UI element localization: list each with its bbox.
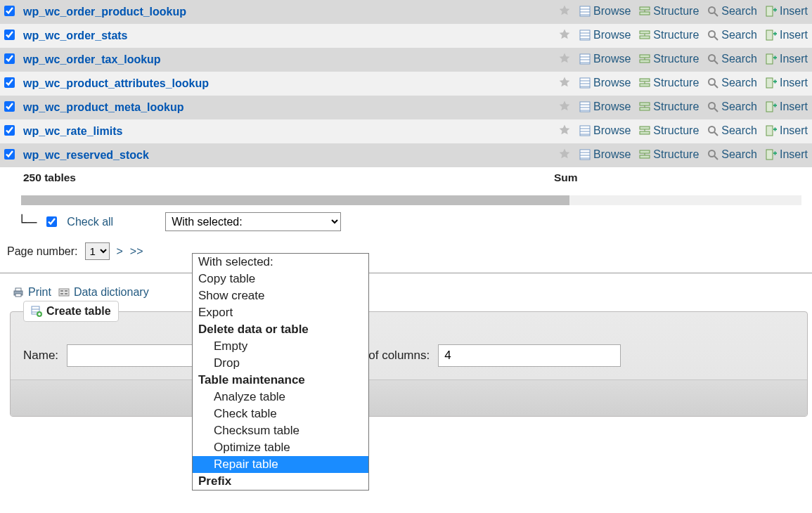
data-dictionary-link[interactable]: Data dictionary: [58, 286, 149, 299]
table-row: wp_wc_order_tax_lookupBrowseStructureSea…: [0, 48, 812, 72]
table-row: wp_wc_order_statsBrowseStructureSearchIn…: [0, 24, 812, 48]
browse-icon: [579, 149, 591, 160]
insert-link[interactable]: Insert: [766, 148, 808, 161]
row-checkbox[interactable]: [4, 125, 15, 136]
print-icon: [13, 287, 24, 298]
browse-link[interactable]: Browse: [579, 124, 631, 137]
search-link[interactable]: Search: [707, 77, 757, 89]
row-checkbox[interactable]: [4, 53, 15, 64]
table-name-link[interactable]: wp_wc_product_meta_lookup: [23, 101, 184, 113]
structure-link[interactable]: Structure: [639, 77, 699, 89]
browse-icon: [579, 125, 591, 136]
option-item[interactable]: Analyze table: [193, 389, 368, 405]
browse-link[interactable]: Browse: [579, 53, 631, 65]
search-link[interactable]: Search: [707, 100, 757, 113]
row-checkbox[interactable]: [4, 77, 15, 88]
search-icon: [707, 125, 718, 136]
horizontal-scrollbar[interactable]: [21, 195, 801, 205]
table-name-link[interactable]: wp_wc_order_stats: [23, 30, 128, 41]
option-item[interactable]: With selected:: [193, 254, 368, 271]
table-name-link[interactable]: wp_wc_rate_limits: [23, 125, 122, 137]
option-item[interactable]: Copy table: [193, 271, 368, 287]
insert-link[interactable]: Insert: [766, 29, 808, 41]
search-link[interactable]: Search: [707, 29, 757, 41]
table-name-link[interactable]: wp_wc_order_tax_lookup: [23, 53, 161, 65]
option-group: Table maintenance: [193, 372, 368, 389]
structure-link[interactable]: Structure: [639, 29, 699, 41]
insert-link[interactable]: Insert: [766, 5, 808, 18]
search-icon: [707, 101, 718, 112]
search-icon: [707, 149, 718, 160]
insert-icon: [766, 125, 777, 136]
favorite-star-icon[interactable]: [558, 100, 571, 112]
summary-row: 250 tablesSum: [0, 167, 812, 188]
search-icon: [707, 6, 718, 17]
page-number-label: Page number:: [7, 245, 78, 258]
check-all-checkbox[interactable]: [46, 216, 57, 227]
structure-icon: [639, 125, 650, 136]
favorite-star-icon[interactable]: [558, 76, 571, 89]
favorite-star-icon[interactable]: [558, 52, 571, 65]
check-all-label[interactable]: Check all: [67, 216, 113, 228]
favorite-star-icon[interactable]: [558, 4, 571, 17]
tables-count-label: 250 tables: [19, 167, 213, 188]
favorite-star-icon[interactable]: [558, 124, 571, 136]
insert-link[interactable]: Insert: [766, 77, 808, 89]
scrollbar-thumb[interactable]: [21, 195, 569, 205]
table-row: wp_wc_product_meta_lookupBrowseStructure…: [0, 96, 812, 119]
option-item[interactable]: Drop: [193, 355, 368, 372]
structure-link[interactable]: Structure: [639, 100, 699, 113]
page-next-link[interactable]: >: [117, 245, 123, 258]
data-dictionary-icon: [58, 287, 70, 298]
row-checkbox[interactable]: [4, 6, 15, 16]
insert-link[interactable]: Insert: [766, 124, 808, 137]
favorite-star-icon[interactable]: [558, 28, 571, 41]
option-item[interactable]: Check table: [193, 405, 368, 417]
check-all-arrow-icon: └─: [17, 215, 37, 229]
table-name-link[interactable]: wp_wc_reserved_stock: [23, 149, 149, 161]
structure-link[interactable]: Structure: [639, 5, 699, 18]
browse-link[interactable]: Browse: [579, 148, 631, 161]
table-name-link[interactable]: wp_wc_product_attributes_lookup: [23, 77, 209, 89]
structure-icon: [639, 30, 650, 41]
option-item[interactable]: Empty: [193, 338, 368, 355]
structure-link[interactable]: Structure: [639, 53, 699, 65]
insert-icon: [766, 77, 777, 89]
insert-icon: [766, 30, 777, 41]
sum-label: Sum: [554, 167, 812, 188]
insert-icon: [766, 53, 777, 65]
search-link[interactable]: Search: [707, 148, 757, 161]
structure-icon: [639, 149, 650, 160]
columns-count-input[interactable]: [438, 344, 621, 367]
browse-link[interactable]: Browse: [579, 5, 631, 18]
bulk-action-select[interactable]: With selected:: [165, 212, 341, 231]
browse-link[interactable]: Browse: [579, 29, 631, 41]
row-checkbox[interactable]: [4, 101, 15, 112]
structure-icon: [639, 6, 650, 17]
insert-link[interactable]: Insert: [766, 53, 808, 65]
bulk-action-listbox[interactable]: With selected:Copy tableShow createExpor…: [192, 253, 369, 417]
search-icon: [707, 77, 718, 89]
page-number-select[interactable]: 1: [85, 242, 110, 260]
table-name-link[interactable]: wp_wc_order_product_lookup: [23, 6, 186, 18]
favorite-star-icon[interactable]: [558, 148, 571, 160]
create-table-footer: [11, 379, 807, 416]
print-link[interactable]: Print: [13, 286, 51, 299]
page-last-link[interactable]: >>: [130, 245, 143, 258]
row-checkbox[interactable]: [4, 30, 15, 40]
table-row: wp_wc_product_attributes_lookupBrowseStr…: [0, 72, 812, 96]
search-link[interactable]: Search: [707, 5, 757, 18]
separator: [0, 273, 812, 273]
search-icon: [707, 30, 718, 41]
browse-link[interactable]: Browse: [579, 77, 631, 89]
row-checkbox[interactable]: [4, 149, 15, 160]
structure-link[interactable]: Structure: [639, 148, 699, 161]
structure-link[interactable]: Structure: [639, 124, 699, 137]
option-item[interactable]: Show create: [193, 287, 368, 304]
insert-link[interactable]: Insert: [766, 100, 808, 113]
structure-icon: [639, 77, 650, 89]
search-link[interactable]: Search: [707, 124, 757, 137]
search-link[interactable]: Search: [707, 53, 757, 65]
browse-link[interactable]: Browse: [579, 100, 631, 113]
option-item[interactable]: Export: [193, 304, 368, 321]
